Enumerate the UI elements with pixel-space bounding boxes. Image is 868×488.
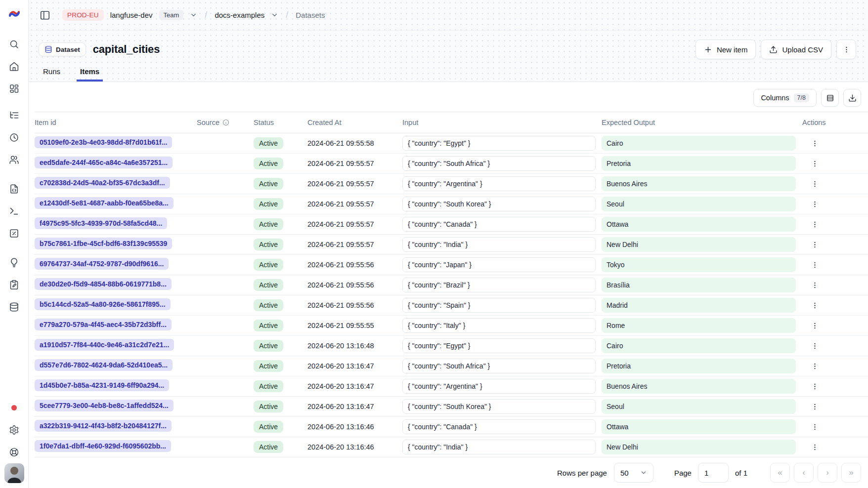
users-icon[interactable] (3, 149, 25, 171)
row-actions-kebab[interactable] (806, 439, 823, 455)
column-header-source[interactable]: Source (197, 119, 254, 126)
playground-terminal-icon[interactable] (3, 200, 25, 222)
sidebar-toggle-icon[interactable] (39, 9, 51, 22)
expected-output-cell[interactable]: Pretoria (602, 156, 796, 171)
row-actions-kebab[interactable] (806, 398, 823, 415)
input-cell[interactable]: { "country": "South Africa" } (402, 359, 596, 373)
item-id-link[interactable]: a322b319-9412-4f43-b8f2-b20484127f... (35, 420, 172, 432)
prompts-file-icon[interactable] (3, 178, 25, 200)
org-switcher-chevron-icon[interactable] (190, 11, 197, 19)
rows-per-page-select[interactable]: 50 (614, 463, 653, 483)
column-header-status[interactable]: Status (254, 119, 307, 126)
item-id-link[interactable]: eed5dafe-244f-465c-a84c-4a6e357251... (35, 157, 173, 168)
tab-runs[interactable]: Runs (40, 67, 64, 81)
tab-items[interactable]: Items (77, 67, 103, 81)
item-id-link[interactable]: de30d2e0-f5d9-4854-88b6-0619771b8... (35, 278, 172, 290)
expected-output-cell[interactable]: Cairo (602, 136, 796, 151)
input-cell[interactable]: { "country": "Japan" } (402, 257, 596, 272)
input-cell[interactable]: { "country": "Egypt" } (402, 136, 596, 151)
row-actions-kebab[interactable] (806, 175, 823, 192)
input-cell[interactable]: { "country": "Argentina" } (402, 176, 596, 191)
expected-output-cell[interactable]: Seoul (602, 399, 796, 414)
breadcrumb-section[interactable]: Datasets (296, 11, 325, 19)
input-cell[interactable]: { "country": "South Africa" } (402, 156, 596, 171)
item-id-link[interactable]: b75c7861-1fbe-45cf-bdf6-83f139c95539 (35, 238, 172, 249)
row-actions-kebab[interactable] (806, 236, 823, 253)
expected-output-cell[interactable]: Madrid (602, 298, 796, 313)
expected-output-cell[interactable]: Ottawa (602, 419, 796, 434)
input-cell[interactable]: { "country": "Italy" } (402, 318, 596, 333)
search-icon[interactable] (3, 33, 25, 55)
expected-output-cell[interactable]: Cairo (602, 338, 796, 353)
expected-output-cell[interactable]: Rome (602, 318, 796, 333)
expected-output-cell[interactable]: Buenos Aires (602, 379, 796, 394)
page-number-input[interactable] (698, 463, 729, 483)
llm-judge-lightbulb-icon[interactable] (3, 251, 25, 274)
dashboard-grid-icon[interactable] (3, 78, 25, 100)
new-item-button[interactable]: New item (695, 40, 756, 59)
row-actions-kebab[interactable] (806, 378, 823, 395)
input-cell[interactable]: { "country": "India" } (402, 237, 596, 252)
row-actions-kebab[interactable] (806, 196, 823, 212)
item-id-link[interactable]: a1910d57-7f84-440c-9e46-a31c2d7e21... (35, 339, 174, 351)
item-id-link[interactable]: e779a270-579a-4f45-aec4-35b72d3bff... (35, 319, 172, 330)
item-id-link[interactable]: d557e7d6-7802-4624-9da6-52d410ea5... (35, 359, 173, 371)
column-header-input[interactable]: Input (402, 119, 602, 126)
item-id-link[interactable]: 05109ef0-2e3b-4e03-98dd-8f7d01b61f... (35, 136, 172, 148)
home-icon[interactable] (3, 55, 25, 78)
tracing-icon[interactable] (3, 104, 25, 126)
item-id-link[interactable]: 5cee7779-3e00-4eb8-be8c-1affedd524... (35, 400, 174, 411)
item-id-link[interactable]: 69764737-34af-4752-9787-d90df9616... (35, 258, 169, 270)
expected-output-cell[interactable]: New Delhi (602, 440, 796, 454)
info-icon[interactable] (222, 119, 229, 126)
expected-output-cell[interactable]: Brasília (602, 278, 796, 292)
item-id-link[interactable]: 1f0e7da1-dbff-4e60-929d-f6095602bb... (35, 440, 171, 452)
row-actions-kebab[interactable] (806, 216, 823, 233)
next-page-button[interactable]: › (818, 463, 837, 483)
export-download-button[interactable] (843, 89, 861, 107)
expected-output-cell[interactable]: New Delhi (602, 237, 796, 252)
row-actions-kebab[interactable] (806, 277, 823, 293)
org-name[interactable]: langfuse-dev (110, 11, 153, 19)
row-actions-kebab[interactable] (806, 155, 823, 172)
input-cell[interactable]: { "country": "India" } (402, 440, 596, 454)
project-name[interactable]: docs-examples (215, 11, 264, 19)
previous-page-button[interactable]: ‹ (794, 463, 814, 483)
annotation-clipboard-icon[interactable] (3, 274, 25, 296)
row-actions-kebab[interactable] (806, 256, 823, 273)
row-actions-kebab[interactable] (806, 358, 823, 374)
item-id-link[interactable]: b5c144cd-52a5-4a80-926e-58617f895... (35, 298, 171, 310)
settings-gear-icon[interactable] (3, 419, 25, 441)
row-height-button[interactable] (821, 89, 839, 107)
input-cell[interactable]: { "country": "Argentina" } (402, 379, 596, 394)
langfuse-logo[interactable] (7, 6, 22, 21)
expected-output-cell[interactable]: Ottawa (602, 217, 796, 232)
item-id-link[interactable]: 1d45b0e7-b85a-4231-9149-6ff90a294... (35, 379, 169, 391)
project-switcher-chevron-icon[interactable] (271, 11, 278, 19)
expected-output-cell[interactable]: Buenos Aires (602, 176, 796, 191)
expected-output-cell[interactable]: Seoul (602, 197, 796, 211)
input-cell[interactable]: { "country": "South Korea" } (402, 399, 596, 414)
expected-output-cell[interactable]: Pretoria (602, 359, 796, 373)
notification-dot[interactable] (3, 397, 25, 419)
evaluators-percent-icon[interactable] (3, 222, 25, 244)
row-actions-kebab[interactable] (806, 297, 823, 314)
column-header-item-id[interactable]: Item id (35, 119, 197, 126)
last-page-button[interactable]: » (841, 463, 861, 483)
expected-output-cell[interactable]: Tokyo (602, 257, 796, 272)
dataset-more-actions-button[interactable] (836, 40, 856, 59)
row-actions-kebab[interactable] (806, 317, 823, 334)
column-header-expected-output[interactable]: Expected Output (602, 119, 802, 126)
column-header-created-at[interactable]: Created At (307, 119, 402, 126)
item-id-link[interactable]: e12430df-5e81-4687-aabb-f0ea65be8a... (35, 197, 174, 209)
input-cell[interactable]: { "country": "Canada" } (402, 419, 596, 434)
input-cell[interactable]: { "country": "South Korea" } (402, 197, 596, 211)
item-id-link[interactable]: f4975c95-5fc3-4939-970d-58fa5cd48... (35, 217, 167, 229)
datasets-database-icon[interactable] (3, 296, 25, 318)
first-page-button[interactable]: « (770, 463, 790, 483)
input-cell[interactable]: { "country": "Spain" } (402, 298, 596, 313)
item-id-link[interactable]: c702838d-24d5-40a2-bf35-67dc3a3df... (35, 177, 170, 189)
upload-csv-button[interactable]: Upload CSV (761, 40, 831, 59)
input-cell[interactable]: { "country": "Canada" } (402, 217, 596, 232)
row-actions-kebab[interactable] (806, 337, 823, 354)
